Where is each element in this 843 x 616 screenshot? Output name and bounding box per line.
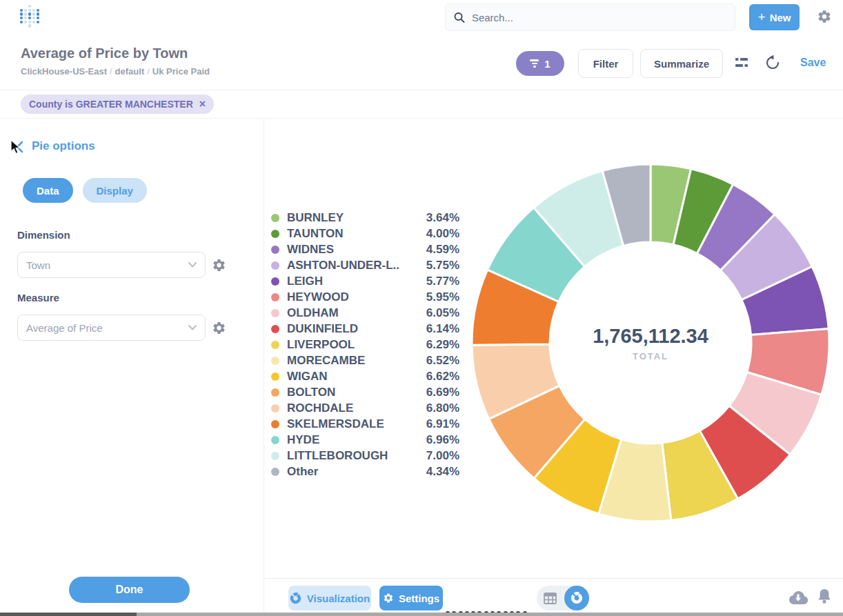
breadcrumb-database[interactable]: ClickHouse-US-East [21,66,107,77]
legend-item[interactable]: WIDNES4.59% [271,241,459,257]
visualization-button[interactable]: Visualization [288,586,371,610]
new-button[interactable]: + New [749,4,800,30]
measure-select[interactable]: Average of Price [17,315,206,341]
bell-icon [817,588,832,605]
gear-icon [212,258,226,272]
legend-item[interactable]: MORECAMBE6.52% [271,352,459,368]
legend-dot [271,293,279,301]
pie-legend: BURNLEY3.64%TAUNTON4.00%WIDNES4.59%ASHTO… [271,210,459,479]
legend-percent: 6.69% [426,386,459,399]
summarize-button[interactable]: Summarize [640,49,723,78]
legend-dot [271,325,279,333]
back-button[interactable] [15,141,23,153]
measure-settings-button[interactable] [211,320,226,335]
search-input[interactable] [472,12,726,23]
done-button[interactable]: Done [69,577,190,603]
dimension-settings-button[interactable] [211,257,226,272]
pie-chart[interactable] [463,155,838,530]
legend-item[interactable]: LIVERPOOL6.29% [271,337,459,352]
visualization-type-toggle [537,586,589,610]
legend-dot [271,357,279,365]
legend-item[interactable]: LITTLEBOROUGH7.00% [271,448,459,464]
metabase-logo[interactable] [19,5,40,30]
bottom-bar: Visualization Settings [264,578,843,616]
legend-percent: 6.91% [426,417,459,431]
download-button[interactable] [789,590,808,605]
legend-item[interactable]: BURNLEY3.64% [271,210,459,226]
filter-chip[interactable]: County is GREATER MANCHESTER × [21,95,214,114]
filter-count-badge[interactable]: 1 [516,51,564,76]
legend-item[interactable]: ASHTON-UNDER-L..5.75% [271,257,459,273]
legend-dot [271,309,279,317]
legend-item[interactable]: SKELMERSDALE6.91% [271,416,459,432]
gear-icon [817,9,832,24]
new-button-label: New [770,12,791,23]
dimension-select[interactable]: Town [17,252,206,278]
legend-item[interactable]: HYDE6.96% [271,432,459,448]
legend-percent: 6.14% [426,322,459,336]
scrollbar-thumb[interactable] [0,613,137,616]
legend-item[interactable]: DUKINFIELD6.14% [271,321,459,337]
admin-gear-button[interactable] [817,9,832,24]
dimension-value: Town [26,259,50,271]
filter-chip-label: County is GREATER MANCHESTER [29,99,193,110]
breadcrumb-schema[interactable]: default [115,66,145,77]
pie-options-sidebar: Pie options Data Display Dimension Town … [0,119,264,616]
legend-dot [271,277,279,286]
legend-label: SKELMERSDALE [287,417,384,431]
legend-label: WIGAN [287,370,328,384]
funnel-icon [530,59,539,68]
notification-bell-button[interactable] [817,588,832,605]
legend-percent: 6.96% [426,433,459,447]
legend-item[interactable]: BOLTON6.69% [271,384,459,400]
legend-item[interactable]: HEYWOOD5.95% [271,289,459,305]
legend-percent: 6.52% [426,354,459,368]
save-button[interactable]: Save [800,57,826,69]
pie-chart-icon [571,592,583,604]
settings-label: Settings [399,593,439,604]
legend-label: WIDNES [287,243,334,257]
list-icon [734,55,749,70]
legend-item[interactable]: ROCHDALE6.80% [271,400,459,416]
legend-dot [271,388,279,397]
measure-label: Measure [17,292,59,304]
sidebar-title: Pie options [32,139,95,153]
notebook-editor-button[interactable] [734,55,749,70]
search-bar[interactable] [445,3,735,31]
legend-percent: 4.00% [426,227,459,241]
legend-item[interactable]: TAUNTON4.00% [271,226,459,241]
horizontal-scrollbar[interactable] [0,613,843,616]
legend-item[interactable]: OLDHAM6.05% [271,305,459,321]
dimension-label: Dimension [17,229,70,241]
filter-button[interactable]: Filter [578,49,633,78]
history-refresh-button[interactable] [764,54,781,71]
chevron-down-icon [188,325,197,330]
remove-filter-icon[interactable]: × [199,99,206,110]
gear-icon [212,321,226,335]
legend-dot [271,404,279,413]
search-icon [454,12,465,23]
legend-label: ASHTON-UNDER-L.. [287,259,399,272]
tab-data[interactable]: Data [23,178,73,203]
legend-item[interactable]: WIGAN6.62% [271,368,459,384]
legend-percent: 4.59% [426,243,459,257]
filter-chip-row: County is GREATER MANCHESTER × [0,90,843,119]
tab-display[interactable]: Display [83,178,147,203]
legend-label: BURNLEY [287,211,344,225]
page-title: Average of Price by Town [21,46,188,61]
settings-button[interactable]: Settings [379,586,443,610]
breadcrumb: ClickHouse-US-East/default/Uk Price Paid [21,66,210,77]
legend-percent: 5.95% [426,290,459,304]
legend-percent: 3.64% [426,211,459,225]
chevron-down-icon [188,262,197,268]
table-view-button[interactable] [537,593,563,604]
legend-dot [271,261,279,270]
legend-item[interactable]: LEIGH5.77% [271,273,459,289]
legend-dot [271,468,279,476]
pie-view-button[interactable] [564,586,589,610]
legend-item[interactable]: Other4.34% [271,464,459,479]
legend-dot [271,230,279,238]
legend-label: ROCHDALE [287,401,353,415]
legend-percent: 5.77% [426,275,459,288]
breadcrumb-table[interactable]: Uk Price Paid [152,66,210,77]
